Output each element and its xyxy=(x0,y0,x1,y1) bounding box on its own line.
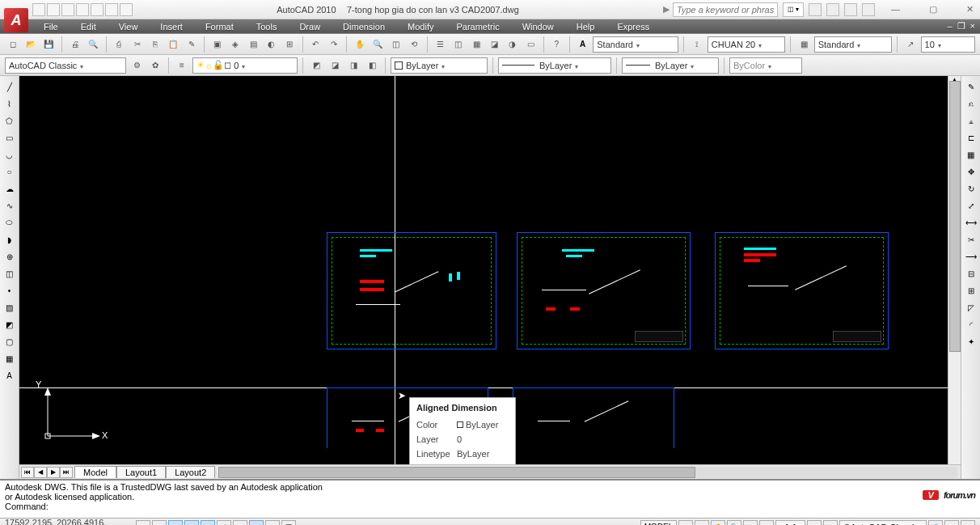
lock-ui-icon[interactable]: 🔒 xyxy=(928,520,943,526)
qv-dwg-icon[interactable]: ▪ xyxy=(695,520,709,526)
match-icon[interactable]: ✎ xyxy=(184,36,199,53)
ws-settings-icon[interactable]: ⚙ xyxy=(129,57,145,74)
drawing-canvas[interactable]: ➤ xyxy=(19,76,948,464)
menu-tools[interactable]: Tools xyxy=(245,22,289,32)
erase-icon[interactable]: ✎ xyxy=(964,79,978,94)
clean-screen-icon[interactable]: ▭ xyxy=(961,520,975,526)
ducs-toggle[interactable]: ⟐ xyxy=(233,520,247,526)
ellarc-icon[interactable]: ◗ xyxy=(2,232,17,247)
menu-edit[interactable]: Edit xyxy=(70,22,108,32)
menu-insert[interactable]: Insert xyxy=(149,22,194,32)
save-icon[interactable]: 💾 xyxy=(41,36,57,53)
join-icon[interactable]: ⊞ xyxy=(964,283,978,298)
pline-icon[interactable]: ⌇ xyxy=(2,96,17,111)
array-icon[interactable]: ▦ xyxy=(964,147,978,162)
preview-icon[interactable]: 🔍 xyxy=(85,36,100,53)
menu-express[interactable]: Express xyxy=(606,22,661,32)
help-icon[interactable] xyxy=(862,3,875,16)
tp-icon[interactable]: ▦ xyxy=(468,36,484,53)
rotate-icon[interactable]: ↻ xyxy=(964,181,978,196)
snap-toggle[interactable]: ⊞ xyxy=(136,520,150,526)
lwt-toggle[interactable]: ═ xyxy=(265,520,280,526)
menu-window[interactable]: Window xyxy=(511,22,565,32)
plotstyle-dropdown[interactable]: ByColor xyxy=(729,57,802,74)
extend-icon[interactable]: ⟶ xyxy=(964,249,978,264)
lineweight-dropdown[interactable]: ByLayer xyxy=(622,57,719,74)
design-icon[interactable]: ◈ xyxy=(228,36,243,53)
line-icon[interactable]: ╱ xyxy=(2,79,17,94)
break-icon[interactable]: ⊟ xyxy=(964,266,978,281)
trim-icon[interactable]: ✂ xyxy=(964,232,978,247)
qat-open-icon[interactable] xyxy=(47,3,60,16)
dimstyle-icon[interactable]: ⟟ xyxy=(689,36,704,53)
model-space-button[interactable]: MODEL xyxy=(640,520,678,526)
fav-icon[interactable] xyxy=(844,3,857,16)
redo-icon[interactable]: ↷ xyxy=(326,36,341,53)
osnap-toggle[interactable]: ◻ xyxy=(201,520,215,526)
color-dropdown[interactable]: ByLayer xyxy=(391,57,488,74)
mdi-close-button[interactable]: × xyxy=(969,21,977,32)
text-style-dropdown[interactable]: Standard xyxy=(593,36,678,53)
layer-frz-icon[interactable]: ◧ xyxy=(364,57,380,74)
qat-new-icon[interactable] xyxy=(32,3,45,16)
minimize-button[interactable]: — xyxy=(891,4,900,15)
qat-print-icon[interactable] xyxy=(105,3,118,16)
fillet-icon[interactable]: ◜ xyxy=(964,317,978,332)
undo-icon[interactable]: ↶ xyxy=(308,36,323,53)
coords-display[interactable]: 17592.2195, 20266.4916, 0.0000 xyxy=(5,518,134,526)
hatch-icon[interactable]: ▨ xyxy=(2,300,17,315)
dc-icon[interactable]: ◫ xyxy=(450,36,466,53)
view-mode-button[interactable]: ◫ ▾ xyxy=(783,2,804,17)
point-icon[interactable]: • xyxy=(2,283,17,298)
menu-dimension[interactable]: Dimension xyxy=(332,22,396,32)
dyn-toggle[interactable]: ⊡ xyxy=(249,520,264,526)
qv-layouts-icon[interactable]: ▫ xyxy=(678,520,693,526)
mkp-icon[interactable]: ◑ xyxy=(505,36,520,53)
table-icon[interactable]: ▦ xyxy=(2,351,17,366)
paste-icon[interactable]: 📋 xyxy=(166,36,181,53)
explode-icon[interactable]: ✦ xyxy=(964,334,978,349)
command-window[interactable]: Autodesk DWG. This file is a TrustedDWG … xyxy=(0,479,980,518)
comm-icon[interactable] xyxy=(826,3,839,16)
arc-icon[interactable]: ◡ xyxy=(2,147,17,162)
menu-modify[interactable]: Modify xyxy=(396,22,445,32)
move-icon[interactable]: ✥ xyxy=(964,164,978,179)
ellipse-icon[interactable]: ⬭ xyxy=(2,215,17,230)
tab-last-icon[interactable]: ⏭ xyxy=(60,467,73,478)
layer-dropdown[interactable]: ☀ ☼ 🔓 ◻ 0 xyxy=(192,57,298,74)
tab-layout2[interactable]: Layout2 xyxy=(166,466,215,478)
ssm-icon[interactable]: ◪ xyxy=(487,36,502,53)
tab-first-icon[interactable]: ⏮ xyxy=(21,467,34,478)
tab-next-icon[interactable]: ▶ xyxy=(47,467,60,478)
hw-accel-icon[interactable]: ◫ xyxy=(944,520,959,526)
search-input[interactable] xyxy=(673,2,778,17)
pan2-icon[interactable]: ✋ xyxy=(711,520,725,526)
tab-layout1[interactable]: Layout1 xyxy=(116,466,166,478)
vertical-scrollbar[interactable]: ▲ xyxy=(948,76,961,464)
qc-icon[interactable]: ▭ xyxy=(522,36,538,53)
copy-icon[interactable]: ⎘ xyxy=(147,36,163,53)
copy-obj-icon[interactable]: ⎌ xyxy=(964,96,978,111)
grid-toggle[interactable]: ▦ xyxy=(152,520,167,526)
dim-style-dropdown[interactable]: CHUAN 20 xyxy=(708,36,786,53)
pan-icon[interactable]: ✋ xyxy=(352,36,367,53)
workspace-dropdown[interactable]: AutoCAD Classic xyxy=(5,57,126,74)
mtext-icon[interactable]: A xyxy=(2,368,17,383)
mleader-style-dropdown[interactable]: 10 xyxy=(921,36,976,53)
open-icon[interactable]: 📂 xyxy=(23,36,38,53)
qat-undo-icon[interactable] xyxy=(76,3,89,16)
layer-mgr-icon[interactable]: ≡ xyxy=(174,57,190,74)
zoom2-icon[interactable]: 🔍 xyxy=(727,520,741,526)
table-style-dropdown[interactable]: Standard xyxy=(814,36,893,53)
layer-off-icon[interactable]: ◨ xyxy=(345,57,361,74)
stretch-icon[interactable]: ⟷ xyxy=(964,215,978,230)
ws-gear-icon[interactable]: ✿ xyxy=(147,57,163,74)
calc-icon[interactable]: ⊞ xyxy=(282,36,298,53)
layer-pre-icon[interactable]: ◪ xyxy=(327,57,343,74)
sheet-icon[interactable]: ▤ xyxy=(246,36,261,53)
zoom-rt-icon[interactable]: 🔍 xyxy=(370,36,386,53)
zoom-prev-icon[interactable]: ⟲ xyxy=(406,36,421,53)
ortho-toggle[interactable]: ∟ xyxy=(168,520,183,526)
spline-icon[interactable]: ∿ xyxy=(2,198,17,213)
region-icon[interactable]: ▢ xyxy=(2,334,17,349)
